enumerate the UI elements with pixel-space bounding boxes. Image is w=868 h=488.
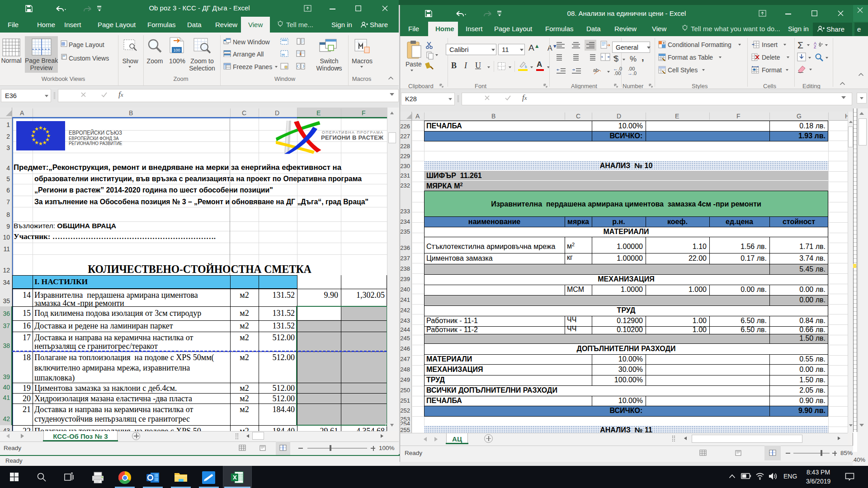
svg-text:100: 100 bbox=[173, 48, 180, 52]
svg-text:Z: Z bbox=[814, 45, 816, 49]
svg-text:ab: ab bbox=[593, 67, 599, 73]
